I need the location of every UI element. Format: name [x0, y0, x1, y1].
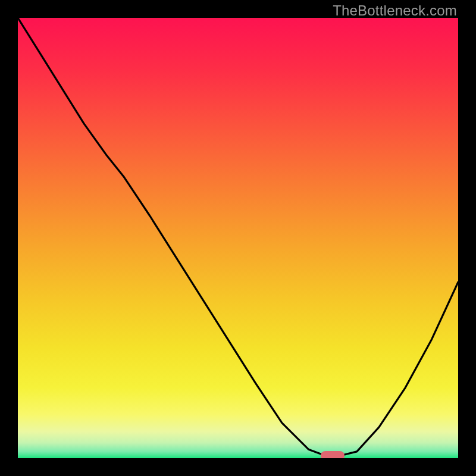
plot-area [18, 18, 458, 458]
chart-stage: TheBottleneck.com [0, 0, 476, 476]
bottleneck-curve [18, 18, 458, 458]
optimal-marker [321, 451, 345, 458]
watermark-text: TheBottleneck.com [333, 2, 457, 19]
